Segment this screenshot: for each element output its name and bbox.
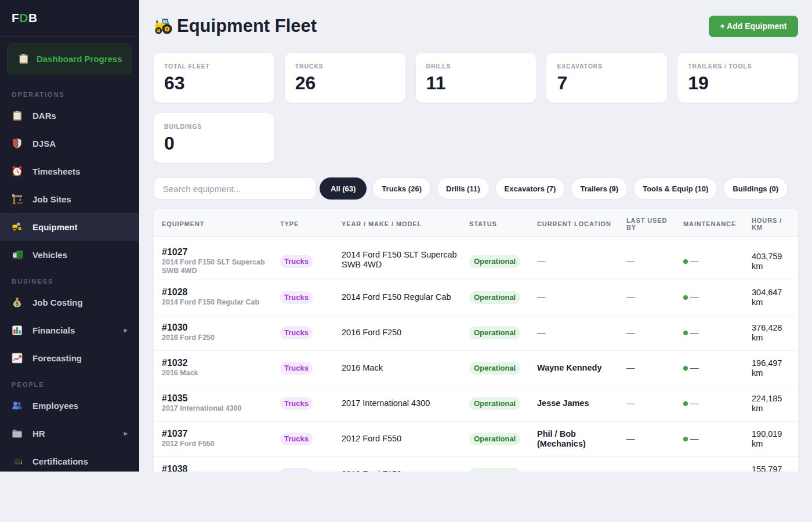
svg-text:$: $: [16, 301, 19, 307]
